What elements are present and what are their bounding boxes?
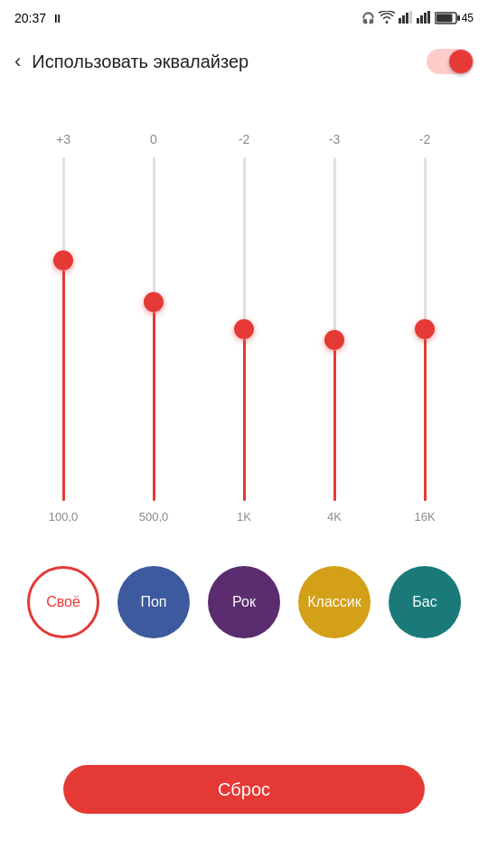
slider-track-s1[interactable] bbox=[61, 157, 65, 501]
back-button[interactable]: ‹ bbox=[14, 50, 21, 73]
slider-track-s2[interactable] bbox=[152, 157, 155, 501]
status-right: 🎧 bbox=[361, 11, 474, 26]
freq-label-s1: 100,0 bbox=[49, 510, 79, 524]
preset-button-p3[interactable]: Рок bbox=[208, 566, 280, 638]
slider-value-label-s2: 0 bbox=[150, 132, 157, 150]
slider-value-label-s1: +3 bbox=[56, 132, 70, 150]
status-bar: 20:37 ⏸ 🎧 bbox=[0, 0, 488, 36]
svg-rect-6 bbox=[424, 13, 427, 24]
signal-icon2 bbox=[417, 11, 431, 26]
headphones-icon: 🎧 bbox=[361, 12, 375, 24]
equalizer-area: +3100,00500,0-21K-34K-216K bbox=[0, 87, 488, 548]
svg-rect-7 bbox=[427, 11, 430, 24]
svg-rect-9 bbox=[457, 15, 460, 21]
presets-container: СвоёПопРокКлассикБас bbox=[0, 557, 488, 647]
slider-track-s4[interactable] bbox=[333, 157, 336, 501]
slider-track-s5[interactable] bbox=[423, 157, 427, 501]
battery-icon: 45 bbox=[435, 12, 474, 24]
freq-label-s3: 1K bbox=[237, 510, 251, 524]
reset-btn-container: Сброс bbox=[63, 765, 425, 814]
slider-value-label-s4: -3 bbox=[329, 132, 340, 150]
pause-icon: ⏸ bbox=[52, 12, 63, 25]
slider-column-s3: -21K bbox=[211, 132, 277, 524]
preset-button-p2[interactable]: Поп bbox=[117, 566, 190, 638]
slider-fill-s1 bbox=[62, 270, 65, 501]
slider-column-s5: -216K bbox=[392, 132, 457, 524]
slider-column-s2: 0500,0 bbox=[121, 132, 186, 524]
toggle-knob bbox=[449, 50, 473, 73]
slider-thumb-s2[interactable] bbox=[144, 292, 164, 312]
slider-column-s1: +3100,0 bbox=[31, 132, 96, 524]
header: ‹ Использовать эквалайзер bbox=[0, 36, 488, 87]
slider-track-s3[interactable] bbox=[242, 157, 246, 501]
slider-thumb-s3[interactable] bbox=[234, 319, 254, 339]
header-left: ‹ Использовать эквалайзер bbox=[14, 50, 249, 73]
svg-rect-0 bbox=[399, 18, 401, 24]
preset-button-p5[interactable]: Бас bbox=[389, 566, 461, 638]
preset-button-p4[interactable]: Классик bbox=[298, 566, 371, 638]
slider-fill-s3 bbox=[243, 339, 246, 501]
svg-rect-10 bbox=[436, 14, 452, 23]
svg-rect-2 bbox=[406, 13, 408, 24]
equalizer-toggle[interactable] bbox=[427, 49, 474, 74]
slider-thumb-s4[interactable] bbox=[324, 330, 344, 350]
time-label: 20:37 bbox=[14, 11, 46, 25]
slider-column-s4: -34K bbox=[302, 132, 367, 524]
reset-button[interactable]: Сброс bbox=[63, 765, 425, 814]
signal-icon1 bbox=[399, 11, 413, 26]
slider-value-label-s3: -2 bbox=[239, 132, 249, 150]
svg-rect-5 bbox=[420, 15, 423, 24]
wifi-icon bbox=[379, 11, 395, 26]
freq-label-s2: 500,0 bbox=[139, 510, 169, 524]
sliders-container: +3100,00500,0-21K-34K-216K bbox=[18, 105, 470, 539]
status-left: 20:37 ⏸ bbox=[14, 11, 63, 25]
freq-label-s5: 16K bbox=[414, 510, 435, 524]
freq-label-s4: 4K bbox=[327, 510, 342, 524]
svg-rect-3 bbox=[409, 11, 412, 24]
slider-fill-s4 bbox=[333, 350, 336, 501]
slider-fill-s2 bbox=[153, 312, 155, 501]
slider-value-label-s5: -2 bbox=[419, 132, 430, 150]
page-title: Использовать эквалайзер bbox=[32, 52, 249, 72]
preset-button-p1[interactable]: Своё bbox=[27, 566, 99, 638]
slider-thumb-s5[interactable] bbox=[415, 319, 435, 339]
slider-thumb-s1[interactable] bbox=[53, 250, 73, 270]
slider-fill-s5 bbox=[424, 339, 427, 501]
svg-rect-4 bbox=[417, 18, 419, 24]
svg-rect-1 bbox=[402, 15, 405, 24]
